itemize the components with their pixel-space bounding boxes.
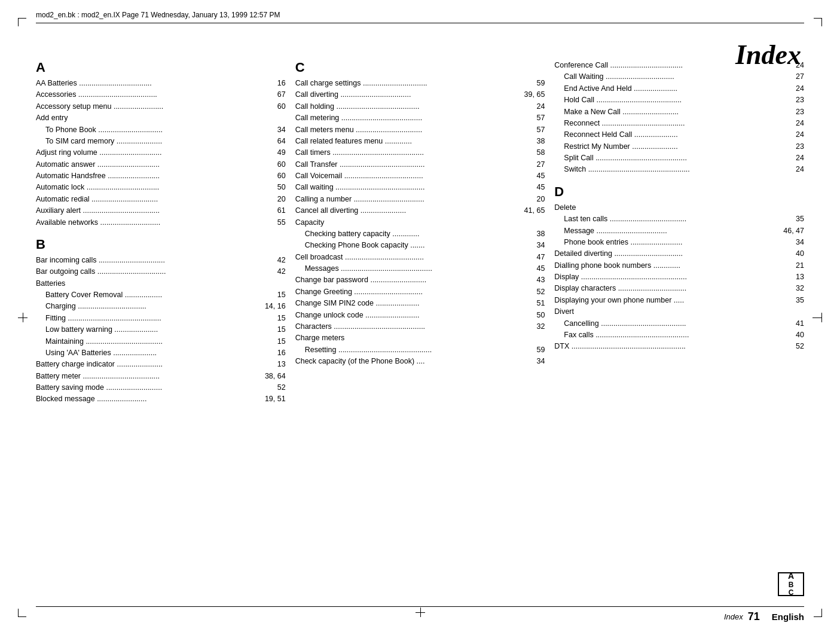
list-item: Characters .............................… <box>295 321 545 332</box>
corner-mark-tr <box>810 18 822 30</box>
list-item: Bar incoming calls .....................… <box>36 255 286 266</box>
list-item: Charge meters <box>295 332 545 344</box>
list-item: Last ten calls .........................… <box>554 213 804 225</box>
cross-mark-right <box>812 313 822 322</box>
page-header: mod2_en.bk : mod2_en.IX Page 71 Wednesda… <box>36 11 804 23</box>
header-text: mod2_en.bk : mod2_en.IX Page 71 Wednesda… <box>36 11 280 19</box>
list-item: Automatic lock .........................… <box>36 182 286 193</box>
list-item: Adjust ring volume .....................… <box>36 147 286 158</box>
list-item: Fax calls ..............................… <box>554 329 804 341</box>
list-item: Dialling phone book numbers ............… <box>554 260 804 271</box>
list-item: Fitting ................................… <box>36 313 286 324</box>
list-item: Reconnect Held Call ....................… <box>554 129 804 141</box>
list-item: AA Batteries ...........................… <box>36 78 286 89</box>
list-item: Battery Cover Removal ..................… <box>36 289 286 301</box>
list-item: Bar outgoing calls .....................… <box>36 266 286 277</box>
list-item: Change SIM PIN2 code ...................… <box>295 298 545 309</box>
list-item: Charging ...............................… <box>36 301 286 312</box>
list-item: Capacity <box>295 217 545 228</box>
list-item: Call waiting ...........................… <box>295 182 545 193</box>
list-item: DTX ....................................… <box>554 341 804 352</box>
column-2: C Call charge settings .................… <box>295 60 555 587</box>
list-item: Accessory setup menu ...................… <box>36 101 286 112</box>
list-item: To Phone Book ..........................… <box>36 124 286 136</box>
list-item: Restrict My Number .....................… <box>554 141 804 152</box>
main-content: A AA Batteries .........................… <box>36 60 804 587</box>
list-item: Change unlock code .....................… <box>295 310 545 321</box>
list-item: Automatic Handsfree ....................… <box>36 170 286 182</box>
list-item: Displaying your own phone number .....35 <box>554 295 804 306</box>
list-item: Calling a number .......................… <box>295 194 545 205</box>
list-item: Detailed diverting .....................… <box>554 248 804 260</box>
list-item: Call timers ............................… <box>295 147 545 158</box>
cross-mark-left <box>18 313 28 322</box>
corner-mark-br <box>810 605 822 617</box>
column-1: A AA Batteries .........................… <box>36 60 295 587</box>
list-item: Call meters menu .......................… <box>295 124 545 136</box>
list-item: Resetting ..............................… <box>295 344 545 356</box>
footer-language: English <box>772 612 804 622</box>
list-item: Check capacity (of the Phone Book) ....3… <box>295 356 545 367</box>
footer-index-label: Index <box>724 612 743 621</box>
list-item: Checking Phone Book capacity .......34 <box>295 240 545 251</box>
list-item: Hold Call ..............................… <box>554 94 804 106</box>
list-item: Batteries <box>36 278 286 289</box>
list-item: Call diverting .........................… <box>295 89 545 100</box>
list-item: Automatic redial .......................… <box>36 194 286 205</box>
list-item: Switch .................................… <box>554 164 804 175</box>
list-item: Change Greeting ........................… <box>295 286 545 298</box>
list-item: Change bar password ....................… <box>295 274 545 286</box>
list-item: Conference Call ........................… <box>554 60 804 71</box>
list-item: Cancel all diverting ...................… <box>295 205 545 216</box>
abc-icon: A B C <box>778 572 804 596</box>
list-item: Blocked message ........................… <box>36 393 286 405</box>
list-item: Phone book entries .....................… <box>554 237 804 248</box>
list-item: Automatic answer .......................… <box>36 159 286 170</box>
list-item: Low battery warning ....................… <box>36 324 286 335</box>
list-item: Cancelling .............................… <box>554 318 804 329</box>
list-item: Display characters .....................… <box>554 283 804 294</box>
list-item: To SIM card memory .....................… <box>36 136 286 147</box>
column-3: Conference Call ........................… <box>554 60 804 587</box>
list-item: Call Voicemail .........................… <box>295 170 545 182</box>
footer-page-number: 71 <box>748 610 760 623</box>
list-item: Call Waiting ...........................… <box>554 71 804 83</box>
list-item: Make a New Call ........................… <box>554 106 804 118</box>
section-d-header: D <box>554 184 804 200</box>
list-item: End Active And Held ....................… <box>554 83 804 94</box>
page-footer: Index 71 English <box>36 606 804 623</box>
list-item: Using 'AA' Batteries ...................… <box>36 347 286 359</box>
list-item: Call related features menu .............… <box>295 136 545 147</box>
list-item: Accessories ............................… <box>36 89 286 100</box>
list-item: Battery saving mode ....................… <box>36 382 286 393</box>
list-item: Split Call .............................… <box>554 152 804 164</box>
list-item: Cell broadcast .........................… <box>295 252 545 263</box>
list-item: Checking battery capacity .............3… <box>295 228 545 240</box>
list-item: Available networks .....................… <box>36 217 286 228</box>
list-item: Call Transfer ..........................… <box>295 159 545 170</box>
list-item: Message ................................… <box>554 225 804 237</box>
section-b-header: B <box>36 237 286 252</box>
list-item: Battery meter ..........................… <box>36 371 286 382</box>
list-item: Delete <box>554 202 804 213</box>
list-item: Auxiliary alert ........................… <box>36 205 286 216</box>
list-item: Reconnect ..............................… <box>554 118 804 129</box>
list-item: Display ................................… <box>554 271 804 283</box>
list-item: Messages ...............................… <box>295 263 545 274</box>
list-item: Call holding ...........................… <box>295 101 545 112</box>
list-item: Divert <box>554 306 804 318</box>
list-item: Battery charge indicator ...............… <box>36 359 286 370</box>
corner-mark-bl <box>18 605 30 617</box>
section-c-header: C <box>295 60 545 75</box>
section-a-header: A <box>36 60 286 75</box>
list-item: Maintaining ............................… <box>36 336 286 347</box>
list-item: Call metering ..........................… <box>295 112 545 124</box>
list-item: Add entry <box>36 112 286 124</box>
corner-mark-tl <box>18 18 30 30</box>
list-item: Call charge settings ...................… <box>295 78 545 89</box>
